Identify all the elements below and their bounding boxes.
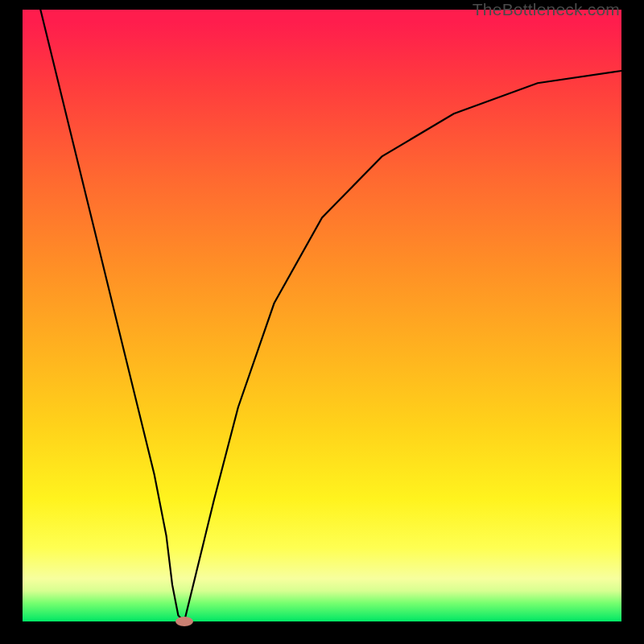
- watermark-text: TheBottleneck.com: [473, 0, 620, 19]
- bottleneck-curve: [23, 10, 621, 621]
- minimum-marker: [175, 617, 193, 626]
- chart-frame: TheBottleneck.com: [0, 0, 644, 644]
- plot-area: [23, 10, 621, 621]
